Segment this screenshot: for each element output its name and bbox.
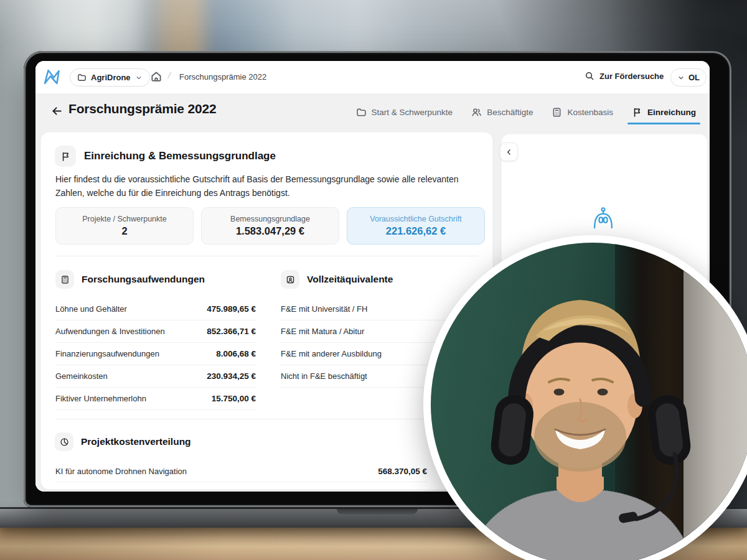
stat-value: 2: [121, 225, 127, 237]
tab-label: Einreichung: [647, 108, 696, 117]
research-expenses-title: Forschungsaufwendungen: [82, 274, 205, 285]
submission-description: Hier findest du die voraussichtliche Gut…: [55, 172, 476, 200]
table-row: Aufwendungen & Investitionen 852.366,71 …: [55, 320, 256, 343]
chevron-left-icon: [505, 148, 513, 156]
tab-label: Beschäftigte: [487, 108, 533, 117]
search-icon: [585, 71, 594, 81]
chevron-down-icon: [677, 74, 685, 82]
stat-value: 1.583.047,29 €: [236, 225, 304, 237]
divider: [55, 419, 478, 419]
user-menu-button[interactable]: OL: [670, 68, 707, 86]
flag-icon: [60, 151, 71, 162]
laptop-notch: [337, 509, 418, 515]
project-costs-title: Projektkostenverteilung: [81, 436, 191, 447]
user-initials: OL: [688, 73, 700, 82]
table-row: Finanzierungsaufwendungen 8.006,68 €: [55, 343, 256, 365]
workspace-label: AgriDrone: [91, 73, 131, 82]
research-expenses-section: Forschungsaufwendungen Löhne und Gehälte…: [55, 270, 256, 410]
section-tabs: Start & Schwerpunkte Beschäftigte Kosten…: [356, 105, 696, 119]
submission-card-title: Einreichung & Bemessungsgrundlage: [84, 150, 276, 162]
stat-card: Bemessungsgrundlage 1.583.047,29 €: [201, 207, 339, 245]
table-row: Fiktiver Unternehmerlohn 15.750,00 €: [55, 388, 256, 410]
tab[interactable]: Einreichung: [632, 105, 696, 119]
folder-icon: [356, 107, 367, 118]
pie-icon: [60, 437, 69, 447]
table-row: Löhne und Gehälter 475.989,65 €: [55, 298, 256, 320]
fte-title: Vollzeitäquivalente: [307, 274, 393, 285]
funding-search-button[interactable]: Zur Fördersuche: [585, 71, 664, 81]
breadcrumb[interactable]: Forschungsprämie 2022: [179, 72, 266, 82]
scene: AgriDrone / Forschungsprämie 2022 Zur Fö…: [0, 0, 747, 560]
page-title: Forschungsprämie 2022: [68, 101, 216, 116]
home-icon[interactable]: [150, 70, 162, 83]
chevron-down-icon: [135, 74, 143, 82]
tab[interactable]: Start & Schwerpunkte: [356, 105, 453, 119]
collapse-panel-button[interactable]: [500, 142, 518, 161]
logo-mark-icon: [43, 68, 64, 86]
tab[interactable]: Kostenbasis: [552, 105, 613, 119]
folder-icon: [77, 73, 87, 82]
calculator-icon: [60, 275, 70, 284]
table-row: Gemeinkosten 230.934,25 €: [55, 365, 256, 388]
tab-label: Kostenbasis: [567, 108, 613, 117]
calculator-icon: [552, 107, 562, 118]
funding-search-label: Zur Fördersuche: [599, 72, 664, 81]
presenter-portrait: [431, 243, 747, 560]
stat-card: Voraussichtliche Gutschrift 221.626,62 €: [347, 207, 485, 245]
stat-label: Bemessungsgrundlage: [230, 215, 310, 223]
stat-cards: Projekte / Schwerpunkte 2 Bemessungsgrun…: [55, 207, 485, 245]
project-costs-section: Projektkostenverteilung: [55, 432, 191, 451]
topbar: AgriDrone / Forschungsprämie 2022 Zur Fö…: [35, 61, 710, 94]
stat-card: Projekte / Schwerpunkte 2: [55, 207, 194, 245]
people-icon: [471, 107, 482, 118]
divider: [55, 256, 478, 256]
tab[interactable]: Beschäftigte: [471, 105, 533, 119]
table-row: KI für autonome Drohnen Navigation 568.3…: [55, 460, 427, 482]
badge-icon: [286, 275, 295, 284]
breadcrumb-separator: /: [167, 70, 171, 80]
stat-value: 221.626,62 €: [386, 225, 446, 237]
robot-icon: [590, 204, 616, 229]
submission-card-header: Einreichung & Bemessungsgrundlage: [55, 146, 276, 167]
stat-label: Projekte / Schwerpunkte: [82, 215, 167, 223]
flag-icon: [632, 107, 642, 118]
tab-label: Start & Schwerpunkte: [372, 108, 453, 117]
webcam-photo: [431, 243, 747, 560]
workspace-selector[interactable]: AgriDrone: [70, 68, 150, 86]
submission-card: Einreichung & Bemessungsgrundlage Hier f…: [40, 132, 493, 490]
stat-label: Voraussichtliche Gutschrift: [370, 215, 461, 223]
arrow-left-icon[interactable]: [51, 105, 63, 117]
